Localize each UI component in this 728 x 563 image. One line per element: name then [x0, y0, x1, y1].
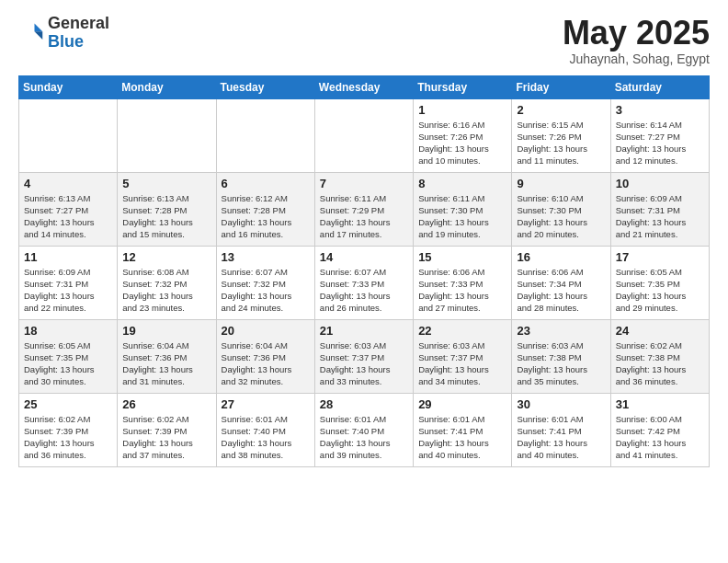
- day-info: Sunrise: 6:10 AM Sunset: 7:30 PM Dayligh…: [517, 192, 605, 241]
- calendar-table: SundayMondayTuesdayWednesdayThursdayFrid…: [18, 75, 710, 467]
- day-cell-28: 28Sunrise: 6:01 AM Sunset: 7:40 PM Dayli…: [314, 393, 413, 466]
- header-cell-tuesday: Tuesday: [216, 75, 314, 98]
- day-info: Sunrise: 6:04 AM Sunset: 7:36 PM Dayligh…: [122, 339, 210, 388]
- day-info: Sunrise: 6:06 AM Sunset: 7:34 PM Dayligh…: [517, 266, 605, 315]
- header-row: SundayMondayTuesdayWednesdayThursdayFrid…: [19, 75, 710, 98]
- logo-icon: [18, 20, 44, 46]
- day-info: Sunrise: 6:07 AM Sunset: 7:33 PM Dayligh…: [320, 266, 408, 315]
- day-cell-31: 31Sunrise: 6:00 AM Sunset: 7:42 PM Dayli…: [610, 393, 709, 466]
- day-number: 31: [616, 397, 704, 411]
- day-cell-2: 2Sunrise: 6:15 AM Sunset: 7:26 PM Daylig…: [512, 98, 610, 172]
- day-cell-23: 23Sunrise: 6:03 AM Sunset: 7:38 PM Dayli…: [512, 319, 610, 393]
- day-number: 12: [122, 250, 210, 264]
- day-info: Sunrise: 6:06 AM Sunset: 7:33 PM Dayligh…: [418, 266, 506, 315]
- day-info: Sunrise: 6:11 AM Sunset: 7:29 PM Dayligh…: [320, 192, 408, 241]
- day-number: 26: [122, 397, 210, 411]
- day-cell-18: 18Sunrise: 6:05 AM Sunset: 7:35 PM Dayli…: [19, 319, 118, 393]
- day-cell-10: 10Sunrise: 6:09 AM Sunset: 7:31 PM Dayli…: [610, 172, 709, 246]
- day-info: Sunrise: 6:13 AM Sunset: 7:28 PM Dayligh…: [122, 192, 210, 241]
- day-number: 24: [616, 324, 704, 338]
- day-number: 23: [517, 324, 605, 338]
- day-cell-11: 11Sunrise: 6:09 AM Sunset: 7:31 PM Dayli…: [19, 246, 118, 319]
- day-info: Sunrise: 6:01 AM Sunset: 7:40 PM Dayligh…: [320, 413, 408, 462]
- day-number: 6: [222, 177, 310, 190]
- day-cell-12: 12Sunrise: 6:08 AM Sunset: 7:32 PM Dayli…: [118, 246, 216, 319]
- day-cell-8: 8Sunrise: 6:11 AM Sunset: 7:30 PM Daylig…: [414, 172, 512, 246]
- header-cell-saturday: Saturday: [610, 75, 709, 98]
- day-cell-7: 7Sunrise: 6:11 AM Sunset: 7:29 PM Daylig…: [314, 172, 413, 246]
- header-cell-thursday: Thursday: [414, 75, 512, 98]
- day-number: 11: [24, 250, 112, 264]
- day-info: Sunrise: 6:11 AM Sunset: 7:30 PM Dayligh…: [418, 192, 506, 241]
- logo-text: General Blue: [48, 15, 109, 52]
- day-cell-empty-1: [118, 98, 216, 172]
- day-info: Sunrise: 6:07 AM Sunset: 7:32 PM Dayligh…: [222, 266, 310, 315]
- day-info: Sunrise: 6:13 AM Sunset: 7:27 PM Dayligh…: [24, 192, 112, 241]
- header: General Blue May 2025 Juhaynah, Sohag, E…: [18, 15, 710, 66]
- day-info: Sunrise: 6:01 AM Sunset: 7:40 PM Dayligh…: [222, 413, 310, 462]
- day-cell-21: 21Sunrise: 6:03 AM Sunset: 7:37 PM Dayli…: [314, 319, 413, 393]
- day-number: 28: [320, 397, 408, 411]
- day-cell-1: 1Sunrise: 6:16 AM Sunset: 7:26 PM Daylig…: [414, 98, 512, 172]
- day-cell-20: 20Sunrise: 6:04 AM Sunset: 7:36 PM Dayli…: [216, 319, 314, 393]
- day-info: Sunrise: 6:02 AM Sunset: 7:39 PM Dayligh…: [122, 413, 210, 462]
- week-row-2: 11Sunrise: 6:09 AM Sunset: 7:31 PM Dayli…: [19, 246, 710, 319]
- title-block: May 2025 Juhaynah, Sohag, Egypt: [563, 15, 710, 66]
- day-info: Sunrise: 6:03 AM Sunset: 7:37 PM Dayligh…: [320, 339, 408, 388]
- day-cell-27: 27Sunrise: 6:01 AM Sunset: 7:40 PM Dayli…: [216, 393, 314, 466]
- logo: General Blue: [18, 15, 109, 52]
- page: General Blue May 2025 Juhaynah, Sohag, E…: [0, 0, 728, 563]
- day-info: Sunrise: 6:01 AM Sunset: 7:41 PM Dayligh…: [517, 413, 605, 462]
- day-number: 17: [616, 250, 704, 264]
- day-cell-empty-2: [216, 98, 314, 172]
- day-cell-6: 6Sunrise: 6:12 AM Sunset: 7:28 PM Daylig…: [216, 172, 314, 246]
- day-info: Sunrise: 6:15 AM Sunset: 7:26 PM Dayligh…: [517, 119, 605, 167]
- calendar-subtitle: Juhaynah, Sohag, Egypt: [563, 52, 710, 66]
- day-cell-19: 19Sunrise: 6:04 AM Sunset: 7:36 PM Dayli…: [118, 319, 216, 393]
- day-info: Sunrise: 6:03 AM Sunset: 7:38 PM Dayligh…: [517, 339, 605, 388]
- day-info: Sunrise: 6:02 AM Sunset: 7:38 PM Dayligh…: [616, 339, 704, 388]
- day-cell-29: 29Sunrise: 6:01 AM Sunset: 7:41 PM Dayli…: [414, 393, 512, 466]
- day-cell-15: 15Sunrise: 6:06 AM Sunset: 7:33 PM Dayli…: [414, 246, 512, 319]
- day-number: 7: [320, 177, 408, 190]
- day-cell-4: 4Sunrise: 6:13 AM Sunset: 7:27 PM Daylig…: [19, 172, 118, 246]
- day-info: Sunrise: 6:16 AM Sunset: 7:26 PM Dayligh…: [418, 119, 506, 167]
- day-number: 29: [418, 397, 506, 411]
- header-cell-monday: Monday: [118, 75, 216, 98]
- day-number: 3: [616, 103, 704, 117]
- day-info: Sunrise: 6:03 AM Sunset: 7:37 PM Dayligh…: [418, 339, 506, 388]
- day-info: Sunrise: 6:00 AM Sunset: 7:42 PM Dayligh…: [616, 413, 704, 462]
- day-number: 4: [24, 177, 112, 190]
- logo-general-text: General: [48, 15, 109, 33]
- day-cell-16: 16Sunrise: 6:06 AM Sunset: 7:34 PM Dayli…: [512, 246, 610, 319]
- day-number: 25: [24, 397, 112, 411]
- day-number: 8: [418, 177, 506, 190]
- day-cell-9: 9Sunrise: 6:10 AM Sunset: 7:30 PM Daylig…: [512, 172, 610, 246]
- day-cell-24: 24Sunrise: 6:02 AM Sunset: 7:38 PM Dayli…: [610, 319, 709, 393]
- header-cell-wednesday: Wednesday: [314, 75, 413, 98]
- week-row-4: 25Sunrise: 6:02 AM Sunset: 7:39 PM Dayli…: [19, 393, 710, 466]
- day-cell-30: 30Sunrise: 6:01 AM Sunset: 7:41 PM Dayli…: [512, 393, 610, 466]
- week-row-0: 1Sunrise: 6:16 AM Sunset: 7:26 PM Daylig…: [19, 98, 710, 172]
- day-number: 5: [122, 177, 210, 190]
- day-info: Sunrise: 6:04 AM Sunset: 7:36 PM Dayligh…: [222, 339, 310, 388]
- day-number: 16: [517, 250, 605, 264]
- day-number: 1: [418, 103, 506, 117]
- day-number: 22: [418, 324, 506, 338]
- day-cell-25: 25Sunrise: 6:02 AM Sunset: 7:39 PM Dayli…: [19, 393, 118, 466]
- day-cell-17: 17Sunrise: 6:05 AM Sunset: 7:35 PM Dayli…: [610, 246, 709, 319]
- day-number: 20: [222, 324, 310, 338]
- day-info: Sunrise: 6:08 AM Sunset: 7:32 PM Dayligh…: [122, 266, 210, 315]
- week-row-3: 18Sunrise: 6:05 AM Sunset: 7:35 PM Dayli…: [19, 319, 710, 393]
- calendar-header: SundayMondayTuesdayWednesdayThursdayFrid…: [19, 75, 710, 98]
- day-number: 27: [222, 397, 310, 411]
- svg-marker-1: [35, 31, 43, 40]
- day-number: 30: [517, 397, 605, 411]
- svg-marker-0: [35, 23, 43, 31]
- day-number: 18: [24, 324, 112, 338]
- day-cell-5: 5Sunrise: 6:13 AM Sunset: 7:28 PM Daylig…: [118, 172, 216, 246]
- logo-blue-text: Blue: [48, 33, 109, 52]
- day-info: Sunrise: 6:05 AM Sunset: 7:35 PM Dayligh…: [616, 266, 704, 315]
- day-number: 14: [320, 250, 408, 264]
- day-info: Sunrise: 6:02 AM Sunset: 7:39 PM Dayligh…: [24, 413, 112, 462]
